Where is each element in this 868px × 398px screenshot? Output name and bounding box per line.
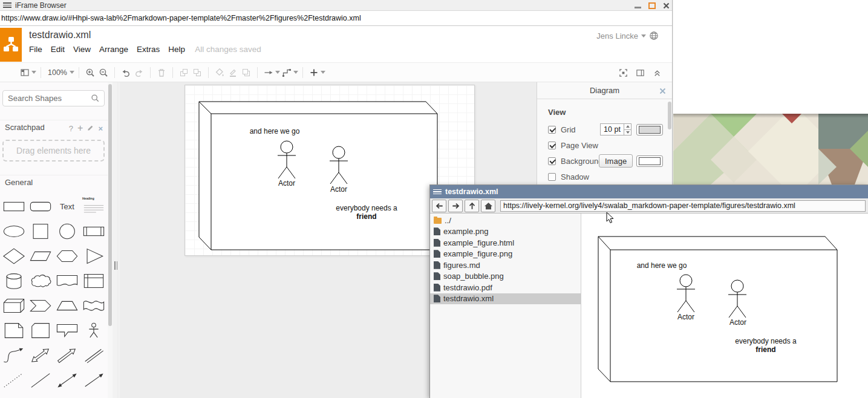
grid-size-input[interactable]: 10 pt: [600, 123, 631, 135]
shadow-checkbox[interactable]: [548, 173, 556, 181]
pencil-icon[interactable]: [87, 124, 94, 133]
menu-arrange[interactable]: Arrange: [99, 45, 128, 54]
chevron-down-icon[interactable]: [321, 71, 325, 74]
note-line1[interactable]: everybody needs a: [336, 204, 397, 212]
shape-card[interactable]: [27, 318, 54, 343]
shape-line[interactable]: [27, 368, 54, 393]
window-menu-icon[interactable]: [433, 188, 442, 195]
shape-cube[interactable]: [1, 293, 27, 318]
file-example-png[interactable]: example.png: [430, 226, 581, 238]
chevron-down-icon[interactable]: [293, 71, 298, 74]
file-browser-titlebar[interactable]: testdrawio.xml: [430, 185, 868, 198]
shape-diamond[interactable]: [1, 244, 27, 269]
file-testdrawio-xml[interactable]: testdrawio.xml: [430, 293, 581, 305]
connection-button[interactable]: [262, 65, 275, 80]
note-line2[interactable]: friend: [356, 212, 376, 221]
chevron-down-icon[interactable]: [31, 71, 36, 74]
language-globe-icon[interactable]: [649, 31, 659, 41]
actor2-label[interactable]: Actor: [330, 185, 347, 194]
shape-rectangle[interactable]: [1, 194, 27, 219]
page-view-button[interactable]: [18, 65, 31, 80]
shape-arrow[interactable]: [54, 343, 80, 368]
grid-checkbox[interactable]: [548, 126, 556, 134]
shape-note[interactable]: [1, 318, 27, 343]
undo-button[interactable]: [119, 65, 132, 80]
fill-color-button[interactable]: [213, 65, 226, 80]
up-button[interactable]: [465, 200, 479, 212]
background-color-swatch[interactable]: [636, 155, 663, 167]
shape-hexagon[interactable]: [54, 244, 80, 269]
shadow-button[interactable]: [240, 65, 253, 80]
file-soap-bubble-png[interactable]: soap_bubble.png: [430, 271, 581, 282]
shape-bidirectional-connector[interactable]: [54, 368, 80, 393]
browser-url-bar[interactable]: https://www.draw.io/#Hhpi-swa-lab%2Fmark…: [0, 11, 672, 26]
help-icon[interactable]: ?: [69, 124, 73, 133]
close-button[interactable]: [663, 2, 670, 9]
maximize-button[interactable]: [648, 2, 656, 9]
shape-dashed-line[interactable]: [1, 368, 27, 393]
file-example-figure-png[interactable]: example_figure.png: [430, 249, 581, 260]
shape-rounded-rectangle[interactable]: [27, 194, 54, 219]
zoom-out-button[interactable]: [97, 65, 110, 80]
stepper-arrows[interactable]: [624, 124, 631, 135]
shape-process[interactable]: [80, 219, 107, 244]
file-testdrawio-pdf[interactable]: testdrawio.pdf: [430, 282, 581, 293]
menu-view[interactable]: View: [73, 45, 91, 54]
tab-diagram[interactable]: Diagram: [590, 86, 619, 95]
menu-edit[interactable]: Edit: [51, 45, 65, 54]
zoom-level-button[interactable]: 100%: [45, 65, 70, 80]
back-button[interactable]: [432, 200, 446, 212]
shape-trapezoid[interactable]: [54, 293, 80, 318]
menu-extras[interactable]: Extras: [137, 45, 160, 54]
shape-triangle[interactable]: [80, 244, 107, 269]
sidebar-collapse-handle[interactable]: [114, 261, 119, 270]
search-shapes-box[interactable]: [2, 90, 105, 106]
shape-textbox[interactable]: Heading: [80, 194, 107, 219]
waypoints-button[interactable]: [280, 65, 293, 80]
shape-internal-storage[interactable]: [80, 269, 107, 293]
shape-callout[interactable]: [54, 318, 80, 343]
format-panel-toggle-button[interactable]: [633, 66, 647, 80]
redo-button[interactable]: [132, 65, 146, 80]
minimize-button[interactable]: [635, 7, 641, 8]
shape-curve[interactable]: [1, 343, 27, 368]
forward-button[interactable]: [448, 200, 463, 212]
search-icon[interactable]: [91, 94, 100, 105]
delete-button[interactable]: [155, 65, 168, 80]
shape-parallelogram[interactable]: [27, 244, 54, 269]
file-example-figure-html[interactable]: example_figure.html: [430, 237, 581, 249]
collapse-expand-button[interactable]: [650, 66, 664, 80]
shape-circle[interactable]: [54, 219, 80, 244]
zoom-in-button[interactable]: [83, 65, 97, 80]
home-button[interactable]: [481, 200, 495, 212]
chevron-down-icon[interactable]: [70, 71, 74, 74]
shape-square[interactable]: [27, 219, 54, 244]
scrollbar-thumb[interactable]: [108, 84, 112, 326]
shape-ellipse[interactable]: [1, 219, 27, 244]
background-image-button[interactable]: Image: [599, 154, 633, 168]
shape-text[interactable]: Text: [54, 194, 80, 219]
background-checkbox[interactable]: [548, 157, 556, 165]
shape-directional-connector[interactable]: [80, 368, 107, 393]
caption-text[interactable]: and here we go: [250, 127, 300, 135]
shape-bidirectional-arrow[interactable]: [27, 343, 54, 368]
search-input[interactable]: [3, 94, 88, 103]
shape-document[interactable]: [54, 269, 80, 293]
shape-cloud[interactable]: [27, 269, 54, 293]
box-shape[interactable]: [199, 102, 437, 250]
file-figures-md[interactable]: figures.md: [430, 259, 581, 271]
shape-link[interactable]: [80, 343, 107, 368]
shape-tape[interactable]: [80, 293, 107, 318]
file-parent-dir[interactable]: ../: [430, 215, 581, 226]
menu-file[interactable]: File: [29, 45, 42, 54]
window-titlebar[interactable]: iFrame Browser: [0, 0, 672, 11]
shape-cylinder[interactable]: [1, 269, 27, 293]
chevron-down-icon[interactable]: [275, 71, 280, 74]
page-view-checkbox[interactable]: [548, 142, 556, 149]
scratchpad-drop-zone[interactable]: Drag elements here: [2, 140, 105, 161]
general-section-header[interactable]: General: [0, 175, 108, 189]
actor1-label[interactable]: Actor: [278, 179, 295, 188]
to-front-button[interactable]: [177, 65, 191, 80]
line-color-button[interactable]: [226, 65, 240, 80]
add-icon[interactable]: +: [77, 123, 83, 134]
